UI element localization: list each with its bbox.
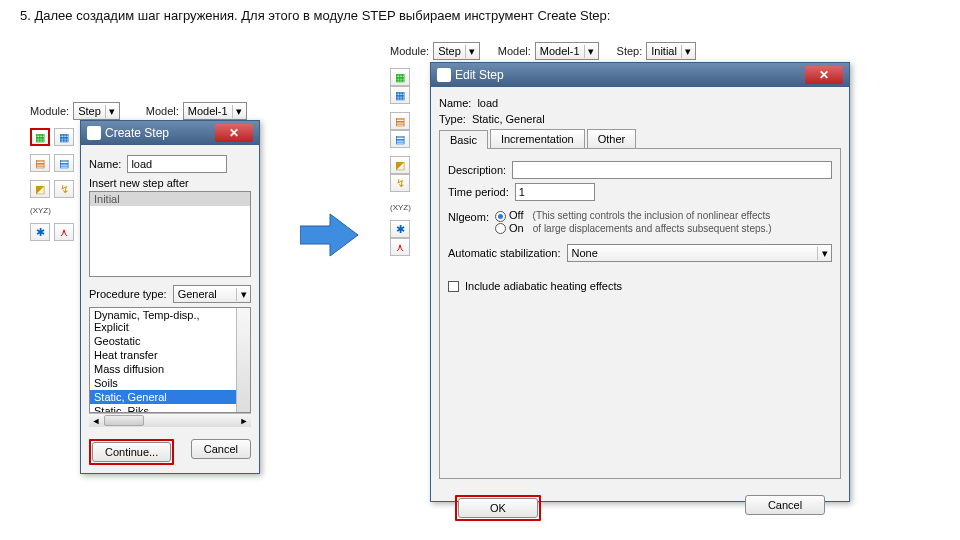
cancel-button[interactable]: Cancel bbox=[191, 439, 251, 459]
right-module-dropdown[interactable]: Step ▾ bbox=[433, 42, 480, 60]
tab-incrementation[interactable]: Incrementation bbox=[490, 129, 585, 148]
right-module-value: Step bbox=[434, 45, 465, 57]
svg-marker-0 bbox=[300, 214, 358, 256]
field-output-tool[interactable]: ▤ bbox=[30, 154, 50, 172]
right-step-dropdown[interactable]: Initial ▾ bbox=[646, 42, 696, 60]
right-step-label: Step: bbox=[617, 45, 643, 57]
xyz-axis-icon-right: (XYZ) bbox=[390, 203, 411, 212]
create-step-tool-right[interactable]: ▦ bbox=[390, 68, 410, 86]
left-module-value: Step bbox=[74, 105, 105, 117]
horizontal-scrollbar[interactable]: ◄ ► bbox=[89, 413, 251, 427]
cs-proc-list[interactable]: Dynamic, Temp-disp., Explicit Geostatic … bbox=[89, 307, 251, 413]
create-step-title: Create Step bbox=[105, 126, 169, 140]
edit-step-title: Edit Step bbox=[455, 68, 504, 82]
es-nlgeom-label: Nlgeom: bbox=[448, 209, 489, 223]
toolbox-icon-f[interactable]: ↯ bbox=[390, 174, 410, 192]
es-desc-input[interactable] bbox=[512, 161, 832, 179]
cs-proc-value: General bbox=[174, 288, 236, 300]
left-module-label: Module: bbox=[30, 105, 69, 117]
toolbox-icon-d[interactable]: ⋏ bbox=[54, 223, 74, 241]
nlgeom-note-2: of large displacements and affects subse… bbox=[533, 223, 772, 234]
close-button[interactable]: ✕ bbox=[805, 66, 843, 84]
dialog-icon bbox=[437, 68, 451, 82]
es-name-value: load bbox=[477, 97, 498, 109]
step-manager-tool[interactable]: ▦ bbox=[54, 128, 74, 146]
xyz-axis-icon: (XYZ) bbox=[30, 206, 51, 215]
chevron-down-icon: ▾ bbox=[236, 288, 250, 301]
es-type-label: Type: bbox=[439, 113, 466, 125]
ok-button-highlight: OK bbox=[455, 495, 541, 521]
list-item-selected[interactable]: Static, General bbox=[90, 390, 236, 404]
chevron-down-icon: ▾ bbox=[584, 45, 598, 58]
history-output-tool[interactable]: ▤ bbox=[54, 154, 74, 172]
es-stab-label: Automatic stabilization: bbox=[448, 247, 561, 259]
dialog-icon bbox=[87, 126, 101, 140]
step-manager-tool-right[interactable]: ▦ bbox=[390, 86, 410, 104]
scroll-right-icon[interactable]: ► bbox=[237, 414, 251, 427]
list-item[interactable]: Mass diffusion bbox=[90, 362, 236, 376]
es-stab-dropdown[interactable]: None ▾ bbox=[567, 244, 833, 262]
field-output-tool-right[interactable]: ▤ bbox=[390, 112, 410, 130]
close-button[interactable]: ✕ bbox=[215, 124, 253, 142]
continue-button[interactable]: Continue... bbox=[92, 442, 171, 462]
page-caption: 5. Далее создадим шаг нагружения. Для эт… bbox=[20, 8, 610, 23]
toolbox-icon-b[interactable]: ↯ bbox=[54, 180, 74, 198]
chevron-down-icon: ▾ bbox=[105, 105, 119, 118]
toolbox-icon-h[interactable]: ⋏ bbox=[390, 238, 410, 256]
create-step-tool[interactable]: ▦ bbox=[30, 128, 50, 146]
list-item[interactable]: Heat transfer bbox=[90, 348, 236, 362]
right-model-label: Model: bbox=[498, 45, 531, 57]
nlgeom-note-1: (This setting controls the inclusion of … bbox=[533, 210, 771, 221]
toolbox-icon-e[interactable]: ◩ bbox=[390, 156, 410, 174]
edit-step-dialog: Edit Step ✕ Name: load Type: Static, Gen… bbox=[430, 62, 850, 502]
es-time-label: Time period: bbox=[448, 186, 509, 198]
list-item[interactable]: Geostatic bbox=[90, 334, 236, 348]
scroll-thumb[interactable] bbox=[104, 415, 144, 426]
tab-basic[interactable]: Basic bbox=[439, 130, 488, 149]
cs-name-input[interactable] bbox=[127, 155, 227, 173]
cs-insert-label: Insert new step after bbox=[89, 177, 251, 189]
tab-other[interactable]: Other bbox=[587, 129, 637, 148]
flow-arrow-icon bbox=[300, 210, 360, 260]
toolbox-icon-a[interactable]: ◩ bbox=[30, 180, 50, 198]
cs-insert-list[interactable]: Initial bbox=[89, 191, 251, 277]
nlgeom-on-radio[interactable] bbox=[495, 223, 506, 234]
es-stab-value: None bbox=[568, 247, 818, 259]
es-type-value: Static, General bbox=[472, 113, 545, 125]
right-model-dropdown[interactable]: Model-1 ▾ bbox=[535, 42, 599, 60]
nlgeom-on-label: On bbox=[509, 222, 524, 234]
adiabatic-checkbox[interactable] bbox=[448, 281, 459, 292]
chevron-down-icon: ▾ bbox=[465, 45, 479, 58]
es-time-input[interactable] bbox=[515, 183, 595, 201]
right-step-value: Initial bbox=[647, 45, 681, 57]
chevron-down-icon: ▾ bbox=[681, 45, 695, 58]
right-model-value: Model-1 bbox=[536, 45, 584, 57]
left-model-label: Model: bbox=[146, 105, 179, 117]
create-step-dialog: Create Step ✕ Name: Insert new step afte… bbox=[80, 120, 260, 474]
es-desc-label: Description: bbox=[448, 164, 506, 176]
cs-proc-dropdown[interactable]: General ▾ bbox=[173, 285, 251, 303]
scroll-left-icon[interactable]: ◄ bbox=[89, 414, 103, 427]
list-item[interactable]: Dynamic, Temp-disp., Explicit bbox=[90, 308, 236, 334]
cs-proc-label: Procedure type: bbox=[89, 288, 167, 300]
list-item[interactable]: Soils bbox=[90, 376, 236, 390]
continue-button-highlight: Continue... bbox=[89, 439, 174, 465]
right-module-label: Module: bbox=[390, 45, 429, 57]
toolbox-icon-g[interactable]: ✱ bbox=[390, 220, 410, 238]
left-module-dropdown[interactable]: Step ▾ bbox=[73, 102, 120, 120]
nlgeom-off-label: Off bbox=[509, 209, 523, 221]
adiabatic-label: Include adiabatic heating effects bbox=[465, 280, 622, 292]
cancel-button[interactable]: Cancel bbox=[745, 495, 825, 515]
list-item[interactable]: Static, Riks bbox=[90, 404, 236, 413]
toolbox-icon-c[interactable]: ✱ bbox=[30, 223, 50, 241]
chevron-down-icon: ▾ bbox=[232, 105, 246, 118]
left-model-value: Model-1 bbox=[184, 105, 232, 117]
left-model-dropdown[interactable]: Model-1 ▾ bbox=[183, 102, 247, 120]
nlgeom-off-radio[interactable] bbox=[495, 211, 506, 222]
vertical-scrollbar[interactable] bbox=[236, 308, 250, 412]
list-item[interactable]: Initial bbox=[90, 192, 250, 206]
cs-name-label: Name: bbox=[89, 158, 121, 170]
ok-button[interactable]: OK bbox=[458, 498, 538, 518]
history-output-tool-right[interactable]: ▤ bbox=[390, 130, 410, 148]
es-name-label: Name: bbox=[439, 97, 471, 109]
